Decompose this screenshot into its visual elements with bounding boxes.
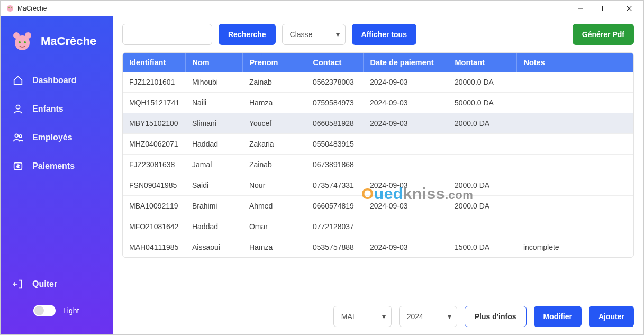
svg-point-13 — [15, 134, 18, 137]
generate-pdf-button[interactable]: Générer Pdf — [573, 24, 634, 45]
minimize-button[interactable] — [568, 1, 593, 16]
chevron-down-icon: ▾ — [448, 312, 451, 321]
col-montant[interactable]: Montant — [448, 53, 517, 72]
col-date[interactable]: Date de paiement — [364, 53, 448, 72]
cell-montant: 2000.0 DA — [448, 175, 517, 196]
show-all-button[interactable]: Afficher tous — [352, 24, 416, 45]
edit-button[interactable]: Modifier — [534, 306, 582, 327]
money-icon — [12, 160, 24, 172]
svg-point-8 — [13, 32, 20, 39]
brand-logo-icon — [10, 29, 34, 53]
svg-point-1 — [8, 7, 10, 8]
home-icon — [12, 75, 24, 86]
class-filter-select[interactable]: Classe ▾ — [282, 24, 346, 45]
col-notes[interactable]: Notes — [517, 53, 633, 72]
svg-point-9 — [25, 32, 31, 39]
maximize-button[interactable] — [593, 1, 617, 16]
cell-date: 2024-09-03 — [364, 113, 448, 134]
cell-nom: Aissaoui — [186, 237, 243, 258]
table-row[interactable]: MQH15121741NailiHamza07595849732024-09-0… — [123, 93, 633, 113]
sidebar: MaCrèche Dashboard Enfants Employés Pai — [1, 16, 113, 334]
sidebar-item-label: Paiements — [32, 161, 75, 171]
cell-montant: 20000.0 DA — [448, 72, 517, 93]
cell-date — [364, 155, 448, 175]
month-value: MAI — [341, 312, 355, 321]
table-row[interactable]: MBA10092119BrahimiAhmed06605748192024-09… — [123, 196, 633, 216]
cell-id: FSN09041985 — [123, 175, 186, 196]
theme-label: Light — [63, 306, 79, 315]
sidebar-item-enfants[interactable]: Enfants — [1, 95, 113, 123]
year-select[interactable]: 2024 ▾ — [399, 306, 457, 327]
cell-montant — [448, 216, 517, 237]
close-button[interactable] — [617, 1, 641, 16]
brand-name: MaCrèche — [41, 34, 96, 48]
cell-prenom: Hamza — [243, 93, 306, 113]
cell-contact: 0562378003 — [306, 72, 364, 93]
year-value: 2024 — [407, 312, 423, 321]
theme-toggle[interactable] — [33, 305, 56, 316]
sidebar-item-dashboard[interactable]: Dashboard — [1, 66, 113, 95]
cell-date — [364, 216, 448, 237]
svg-point-2 — [11, 7, 12, 8]
cell-montant — [448, 134, 517, 155]
cell-date — [364, 134, 448, 155]
sidebar-item-label: Enfants — [32, 104, 64, 114]
search-input[interactable] — [122, 24, 212, 45]
cell-contact: 0735747331 — [306, 175, 364, 196]
svg-point-10 — [19, 41, 21, 43]
cell-montant: 2000.0 DA — [448, 113, 517, 134]
quit-button[interactable]: Quiter — [1, 271, 113, 297]
window-title: MaCrèche — [17, 5, 47, 12]
table-row[interactable]: MHZ04062071HaddadZakaria0550483915 — [123, 134, 633, 155]
svg-point-12 — [16, 105, 20, 109]
add-button[interactable]: Ajouter — [589, 306, 634, 327]
sidebar-item-paiements[interactable]: Paiements — [1, 152, 113, 180]
more-info-button[interactable]: Plus d'infos — [465, 306, 527, 327]
table-row[interactable]: FSN09041985SaidiNour07357473312024-09-03… — [123, 175, 633, 196]
cell-notes — [517, 155, 633, 175]
sidebar-item-employes[interactable]: Employés — [1, 123, 113, 152]
cell-contact: 0673891868 — [306, 155, 364, 175]
cell-montant: 2000.0 DA — [448, 196, 517, 216]
table-row[interactable]: MAH04111985AissaouiHamza05357578882024-0… — [123, 237, 633, 258]
cell-nom: Mihoubi — [186, 72, 243, 93]
cell-nom: Brahimi — [186, 196, 243, 216]
toolbar: Recherche Classe ▾ Afficher tous Générer… — [122, 24, 634, 45]
cell-nom: Haddad — [186, 134, 243, 155]
col-prenom[interactable]: Prenom — [243, 53, 306, 72]
class-filter-value: Classe — [290, 30, 313, 39]
nav-divider — [10, 182, 103, 182]
cell-nom: Naili — [186, 93, 243, 113]
cell-nom: Jamal — [186, 155, 243, 175]
cell-notes — [517, 216, 633, 237]
col-contact[interactable]: Contact — [306, 53, 364, 72]
col-nom[interactable]: Nom — [186, 53, 243, 72]
cell-contact: 0550483915 — [306, 134, 364, 155]
sidebar-item-label: Dashboard — [32, 76, 77, 85]
cell-id: MQH15121741 — [123, 93, 186, 113]
cell-id: MFO21081642 — [123, 216, 186, 237]
cell-notes — [517, 113, 633, 134]
cell-nom: Saidi — [186, 175, 243, 196]
table-row[interactable]: MFO21081642HaddadOmar0772128037 — [123, 216, 633, 237]
titlebar: MaCrèche — [1, 1, 643, 16]
payments-table: Identifiant Nom Prenom Contact Date de p… — [122, 52, 634, 258]
table-row[interactable]: FJZ23081638JamalZainab0673891868 — [123, 155, 633, 175]
search-button[interactable]: Recherche — [219, 24, 276, 45]
cell-prenom: Nour — [243, 175, 306, 196]
table-header-row: Identifiant Nom Prenom Contact Date de p… — [123, 53, 633, 72]
cell-date: 2024-09-03 — [364, 93, 448, 113]
sidebar-item-label: Employés — [32, 133, 72, 142]
table-row[interactable]: MBY15102100SlimaniYoucef06605819282024-0… — [123, 113, 633, 134]
table-row[interactable]: FJZ12101601MihoubiZainab05623780032024-0… — [123, 72, 633, 93]
month-select[interactable]: MAI ▾ — [333, 306, 392, 327]
cell-date: 2024-09-03 — [364, 175, 448, 196]
cell-notes — [517, 72, 633, 93]
cell-nom: Slimani — [186, 113, 243, 134]
cell-montant — [448, 155, 517, 175]
cell-id: MAH04111985 — [123, 237, 186, 258]
cell-prenom: Ahmed — [243, 196, 306, 216]
cell-date: 2024-09-03 — [364, 196, 448, 216]
theme-toggle-row: Light — [1, 297, 113, 324]
col-identifiant[interactable]: Identifiant — [123, 53, 186, 72]
